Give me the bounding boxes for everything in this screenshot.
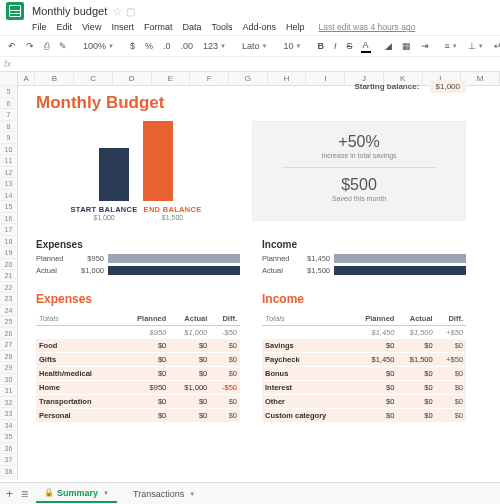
menu-edit[interactable]: Edit [57, 22, 73, 32]
row-headers[interactable]: 5678910111213141516171819202122232425262… [0, 72, 18, 480]
bold-button[interactable]: B [315, 40, 326, 52]
increase-decimal[interactable]: .00 [179, 40, 196, 52]
redo-icon[interactable]: ↷ [24, 40, 36, 52]
table-row[interactable]: Health/medical$0$0$0 [36, 367, 240, 381]
wrap-icon[interactable]: ↵▼ [492, 40, 500, 52]
text-color-button[interactable]: A [361, 39, 371, 53]
spreadsheet-content: Starting balance: $1,000 Monthly Budget … [36, 82, 466, 423]
paint-format-icon[interactable]: ✎ [57, 40, 69, 52]
tab-transactions[interactable]: Transactions ▼ [125, 486, 203, 502]
income-summary: Income Planned$1,450 Actual$1,500 [262, 239, 466, 278]
starting-balance-value[interactable]: $1,000 [430, 80, 466, 93]
menu-data[interactable]: Data [182, 22, 201, 32]
move-folder-icon[interactable]: ▢ [126, 6, 135, 17]
balance-chart: START BALANCE$1,000 END BALANCE$1,500 [36, 121, 236, 221]
strike-button[interactable]: S [345, 40, 355, 52]
format-currency[interactable]: $ [128, 40, 137, 52]
table-row[interactable]: Bonus$0$0$0 [262, 367, 466, 381]
table-row[interactable]: Home$950$1,000-$50 [36, 381, 240, 395]
font-select[interactable]: Lato▼ [240, 40, 269, 52]
menu-help[interactable]: Help [286, 22, 305, 32]
expenses-table[interactable]: Expenses TotalsPlannedActualDiff.$950$1,… [36, 292, 240, 423]
menu-insert[interactable]: Insert [111, 22, 134, 32]
menu-format[interactable]: Format [144, 22, 173, 32]
table-row[interactable]: Personal$0$0$0 [36, 409, 240, 423]
income-table[interactable]: Income TotalsPlannedActualDiff.$1,450$1,… [262, 292, 466, 423]
table-row[interactable]: Transportation$0$0$0 [36, 395, 240, 409]
valign-icon[interactable]: ⊥▼ [466, 40, 486, 52]
table-row[interactable]: Food$0$0$0 [36, 339, 240, 353]
table-row[interactable]: Savings$0$0$0 [262, 339, 466, 353]
align-icon[interactable]: ≡▼ [443, 40, 460, 52]
all-sheets-button[interactable]: ≡ [21, 487, 28, 501]
savings-percent: +50% [338, 133, 379, 151]
star-icon[interactable]: ☆ [113, 6, 122, 17]
menu-bar: File Edit View Insert Format Data Tools … [0, 22, 500, 35]
menu-tools[interactable]: Tools [211, 22, 232, 32]
format-percent[interactable]: % [143, 40, 155, 52]
table-row[interactable]: Paycheck$1,450$1,500+$50 [262, 353, 466, 367]
table-row[interactable]: Gifts$0$0$0 [36, 353, 240, 367]
print-icon[interactable]: ⎙ [42, 40, 51, 52]
sheets-app-icon[interactable] [6, 2, 24, 20]
last-edit-link[interactable]: Last edit was 4 hours ago [319, 22, 416, 32]
table-row[interactable]: Interest$0$0$0 [262, 381, 466, 395]
undo-icon[interactable]: ↶ [6, 40, 18, 52]
decrease-decimal[interactable]: .0 [161, 40, 173, 52]
fx-label: fx [4, 59, 11, 69]
table-row[interactable]: Other$0$0$0 [262, 395, 466, 409]
expenses-summary: Expenses Planned$950 Actual$1,000 [36, 239, 240, 278]
menu-view[interactable]: View [82, 22, 101, 32]
formula-bar-input[interactable] [17, 57, 496, 71]
doc-title[interactable]: Monthly budget [32, 5, 107, 17]
merge-icon[interactable]: ⇥ [419, 40, 431, 52]
toolbar: ↶ ↷ ⎙ ✎ 100%▼ $ % .0 .00 123▼ Lato▼ 10▼ … [0, 35, 500, 57]
menu-addons[interactable]: Add-ons [242, 22, 276, 32]
zoom-select[interactable]: 100%▼ [81, 40, 116, 52]
lock-icon: 🔒 [44, 488, 54, 497]
starting-balance-label: Starting balance: [354, 82, 419, 91]
tab-summary[interactable]: 🔒Summary ▼ [36, 485, 117, 503]
page-title: Monthly Budget [36, 93, 466, 113]
end-balance-bar [143, 121, 173, 201]
menu-file[interactable]: File [32, 22, 47, 32]
add-sheet-button[interactable]: + [6, 487, 13, 501]
sheet-tab-bar: + ≡ 🔒Summary ▼ Transactions ▼ [0, 482, 500, 504]
fill-color-icon[interactable]: ◢ [383, 40, 394, 52]
borders-icon[interactable]: ▦ [400, 40, 413, 52]
saved-amount: $500 [341, 176, 377, 194]
number-format[interactable]: 123▼ [201, 40, 228, 52]
metrics-panel: +50% Increase in total savings $500 Save… [252, 121, 466, 221]
font-size[interactable]: 10▼ [282, 40, 304, 52]
start-balance-bar [99, 148, 129, 201]
italic-button[interactable]: I [332, 40, 339, 52]
table-row[interactable]: Custom category$0$0$0 [262, 409, 466, 423]
